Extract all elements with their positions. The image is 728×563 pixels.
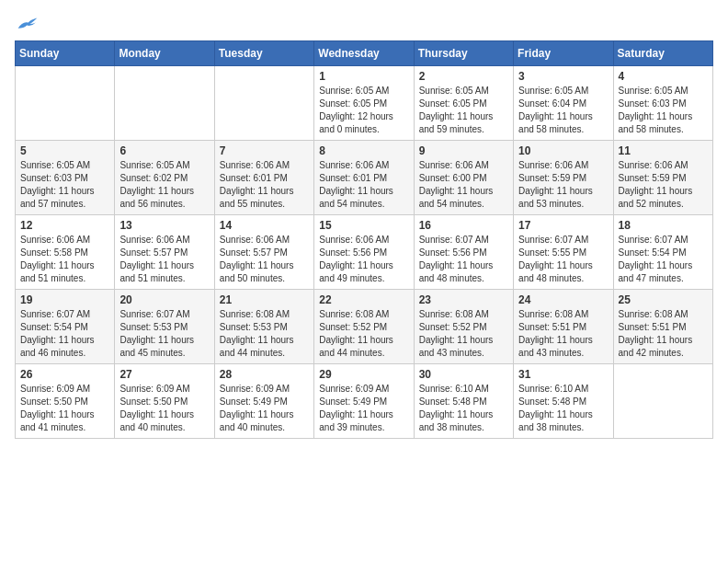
day-number: 9 bbox=[419, 144, 508, 157]
calendar-cell: 10Sunrise: 6:06 AMSunset: 5:59 PMDayligh… bbox=[514, 141, 613, 215]
day-number: 26 bbox=[20, 368, 109, 381]
calendar-cell: 12Sunrise: 6:06 AMSunset: 5:58 PMDayligh… bbox=[16, 215, 115, 290]
calendar-cell: 31Sunrise: 6:10 AMSunset: 5:48 PMDayligh… bbox=[514, 364, 613, 439]
day-number: 4 bbox=[619, 70, 708, 83]
day-number: 15 bbox=[319, 219, 408, 232]
weekday-header: Tuesday bbox=[214, 41, 313, 66]
calendar-table: SundayMondayTuesdayWednesdayThursdayFrid… bbox=[15, 40, 713, 439]
day-info: Sunrise: 6:09 AMSunset: 5:50 PMDaylight:… bbox=[20, 383, 109, 434]
calendar-cell: 16Sunrise: 6:07 AMSunset: 5:56 PMDayligh… bbox=[414, 215, 513, 290]
calendar-week-row: 12Sunrise: 6:06 AMSunset: 5:58 PMDayligh… bbox=[16, 215, 713, 290]
calendar-cell: 15Sunrise: 6:06 AMSunset: 5:56 PMDayligh… bbox=[314, 215, 414, 290]
day-info: Sunrise: 6:06 AMSunset: 6:00 PMDaylight:… bbox=[419, 159, 508, 211]
calendar-cell: 30Sunrise: 6:10 AMSunset: 5:48 PMDayligh… bbox=[414, 364, 513, 439]
day-info: Sunrise: 6:08 AMSunset: 5:51 PMDaylight:… bbox=[518, 308, 608, 360]
calendar-cell: 22Sunrise: 6:08 AMSunset: 5:52 PMDayligh… bbox=[314, 290, 414, 364]
weekday-header: Saturday bbox=[613, 41, 712, 66]
day-number: 11 bbox=[619, 144, 708, 157]
day-number: 13 bbox=[119, 219, 209, 232]
day-number: 22 bbox=[319, 293, 408, 306]
weekday-header: Monday bbox=[115, 41, 214, 66]
calendar-week-row: 26Sunrise: 6:09 AMSunset: 5:50 PMDayligh… bbox=[16, 364, 713, 439]
day-number: 19 bbox=[20, 293, 109, 306]
weekday-header: Thursday bbox=[414, 41, 513, 66]
day-number: 31 bbox=[518, 368, 608, 381]
day-number: 7 bbox=[220, 144, 309, 157]
calendar-cell: 3Sunrise: 6:05 AMSunset: 6:04 PMDaylight… bbox=[514, 66, 613, 141]
day-info: Sunrise: 6:09 AMSunset: 5:49 PMDaylight:… bbox=[319, 383, 408, 434]
day-number: 24 bbox=[518, 293, 608, 306]
calendar-cell: 14Sunrise: 6:06 AMSunset: 5:57 PMDayligh… bbox=[214, 215, 313, 290]
day-info: Sunrise: 6:06 AMSunset: 5:58 PMDaylight:… bbox=[20, 234, 109, 285]
calendar-cell bbox=[214, 66, 313, 141]
day-number: 1 bbox=[319, 70, 408, 83]
day-info: Sunrise: 6:09 AMSunset: 5:49 PMDaylight:… bbox=[220, 383, 309, 434]
day-info: Sunrise: 6:07 AMSunset: 5:54 PMDaylight:… bbox=[20, 308, 109, 360]
day-info: Sunrise: 6:07 AMSunset: 5:54 PMDaylight:… bbox=[619, 234, 708, 285]
day-number: 3 bbox=[518, 70, 608, 83]
calendar-cell: 1Sunrise: 6:05 AMSunset: 6:05 PMDaylight… bbox=[314, 66, 414, 141]
day-info: Sunrise: 6:05 AMSunset: 6:04 PMDaylight:… bbox=[518, 85, 608, 136]
calendar-cell: 4Sunrise: 6:05 AMSunset: 6:03 PMDaylight… bbox=[613, 66, 712, 141]
logo-bird-icon bbox=[17, 15, 39, 33]
calendar-cell bbox=[613, 364, 712, 439]
day-number: 29 bbox=[319, 368, 408, 381]
calendar-cell: 9Sunrise: 6:06 AMSunset: 6:00 PMDaylight… bbox=[414, 141, 513, 215]
calendar-cell bbox=[16, 66, 115, 141]
day-number: 5 bbox=[20, 144, 109, 157]
logo bbox=[15, 15, 39, 33]
day-info: Sunrise: 6:05 AMSunset: 6:03 PMDaylight:… bbox=[619, 85, 708, 136]
calendar-cell: 8Sunrise: 6:06 AMSunset: 6:01 PMDaylight… bbox=[314, 141, 414, 215]
day-info: Sunrise: 6:06 AMSunset: 5:59 PMDaylight:… bbox=[619, 159, 708, 211]
calendar-cell: 24Sunrise: 6:08 AMSunset: 5:51 PMDayligh… bbox=[514, 290, 613, 364]
weekday-header: Friday bbox=[514, 41, 613, 66]
day-number: 12 bbox=[20, 219, 109, 232]
day-info: Sunrise: 6:07 AMSunset: 5:53 PMDaylight:… bbox=[119, 308, 209, 360]
day-info: Sunrise: 6:10 AMSunset: 5:48 PMDaylight:… bbox=[518, 383, 608, 434]
day-number: 17 bbox=[518, 219, 608, 232]
day-number: 23 bbox=[419, 293, 508, 306]
day-number: 8 bbox=[319, 144, 408, 157]
day-info: Sunrise: 6:06 AMSunset: 5:57 PMDaylight:… bbox=[220, 234, 309, 285]
calendar-cell: 28Sunrise: 6:09 AMSunset: 5:49 PMDayligh… bbox=[214, 364, 313, 439]
day-number: 28 bbox=[220, 368, 309, 381]
calendar-cell: 6Sunrise: 6:05 AMSunset: 6:02 PMDaylight… bbox=[115, 141, 214, 215]
day-info: Sunrise: 6:05 AMSunset: 6:05 PMDaylight:… bbox=[419, 85, 508, 136]
day-info: Sunrise: 6:07 AMSunset: 5:56 PMDaylight:… bbox=[419, 234, 508, 285]
calendar-cell: 11Sunrise: 6:06 AMSunset: 5:59 PMDayligh… bbox=[613, 141, 712, 215]
day-number: 6 bbox=[119, 144, 209, 157]
day-info: Sunrise: 6:08 AMSunset: 5:52 PMDaylight:… bbox=[319, 308, 408, 360]
calendar-header-row: SundayMondayTuesdayWednesdayThursdayFrid… bbox=[16, 41, 713, 66]
calendar-week-row: 5Sunrise: 6:05 AMSunset: 6:03 PMDaylight… bbox=[16, 141, 713, 215]
day-number: 25 bbox=[619, 293, 708, 306]
day-info: Sunrise: 6:09 AMSunset: 5:50 PMDaylight:… bbox=[119, 383, 209, 434]
day-info: Sunrise: 6:08 AMSunset: 5:51 PMDaylight:… bbox=[619, 308, 708, 360]
calendar-cell: 2Sunrise: 6:05 AMSunset: 6:05 PMDaylight… bbox=[414, 66, 513, 141]
calendar-cell: 29Sunrise: 6:09 AMSunset: 5:49 PMDayligh… bbox=[314, 364, 414, 439]
calendar-cell: 18Sunrise: 6:07 AMSunset: 5:54 PMDayligh… bbox=[613, 215, 712, 290]
day-info: Sunrise: 6:07 AMSunset: 5:55 PMDaylight:… bbox=[518, 234, 608, 285]
day-number: 18 bbox=[619, 219, 708, 232]
day-info: Sunrise: 6:10 AMSunset: 5:48 PMDaylight:… bbox=[419, 383, 508, 434]
day-info: Sunrise: 6:05 AMSunset: 6:02 PMDaylight:… bbox=[119, 159, 209, 211]
day-number: 16 bbox=[419, 219, 508, 232]
day-info: Sunrise: 6:05 AMSunset: 6:03 PMDaylight:… bbox=[20, 159, 109, 211]
calendar-cell: 27Sunrise: 6:09 AMSunset: 5:50 PMDayligh… bbox=[115, 364, 214, 439]
calendar-cell bbox=[115, 66, 214, 141]
day-info: Sunrise: 6:06 AMSunset: 6:01 PMDaylight:… bbox=[319, 159, 408, 211]
calendar-cell: 17Sunrise: 6:07 AMSunset: 5:55 PMDayligh… bbox=[514, 215, 613, 290]
day-number: 2 bbox=[419, 70, 508, 83]
calendar-cell: 19Sunrise: 6:07 AMSunset: 5:54 PMDayligh… bbox=[16, 290, 115, 364]
day-info: Sunrise: 6:06 AMSunset: 6:01 PMDaylight:… bbox=[220, 159, 309, 211]
day-info: Sunrise: 6:06 AMSunset: 5:56 PMDaylight:… bbox=[319, 234, 408, 285]
day-number: 14 bbox=[220, 219, 309, 232]
day-info: Sunrise: 6:06 AMSunset: 5:57 PMDaylight:… bbox=[119, 234, 209, 285]
day-info: Sunrise: 6:06 AMSunset: 5:59 PMDaylight:… bbox=[518, 159, 608, 211]
day-info: Sunrise: 6:08 AMSunset: 5:53 PMDaylight:… bbox=[220, 308, 309, 360]
day-number: 21 bbox=[220, 293, 309, 306]
calendar-cell: 5Sunrise: 6:05 AMSunset: 6:03 PMDaylight… bbox=[16, 141, 115, 215]
day-number: 10 bbox=[518, 144, 608, 157]
day-number: 20 bbox=[119, 293, 209, 306]
day-number: 30 bbox=[419, 368, 508, 381]
calendar-week-row: 19Sunrise: 6:07 AMSunset: 5:54 PMDayligh… bbox=[16, 290, 713, 364]
